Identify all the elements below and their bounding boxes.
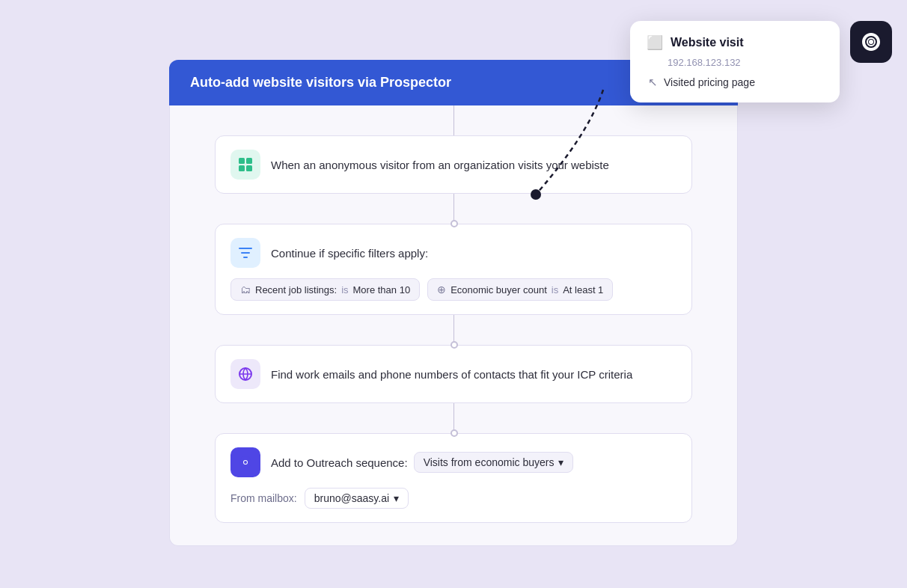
find-label: Find work emails and phone numbers of co…: [271, 368, 632, 381]
connector-2: [215, 194, 692, 224]
globe-icon: [230, 359, 260, 389]
outreach-icon: [230, 447, 260, 477]
prospector-logo-button[interactable]: [850, 21, 892, 63]
browser-icon: ⬜: [647, 34, 663, 51]
filter-tags: 🗂 Recent job listings: is More than 10 ⊕…: [230, 278, 677, 301]
svg-point-8: [244, 461, 247, 464]
popup-detail: ↖ Visited pricing page: [647, 76, 823, 89]
popup-ip: 192.168.123.132: [647, 57, 823, 68]
website-visit-popup: ⬜ Website visit 192.168.123.132 ↖ Visite…: [630, 21, 840, 102]
dropdown-arrow-icon: ▾: [558, 456, 564, 468]
popup-detail-text: Visited pricing page: [664, 76, 755, 88]
filter-label: Continue if specific filters apply:: [271, 247, 428, 260]
mailbox-dropdown[interactable]: bruno@saasy.ai ▾: [305, 488, 409, 509]
popup-title: Website visit: [671, 36, 744, 49]
from-mailbox-row: From mailbox: bruno@saasy.ai ▾: [230, 488, 677, 509]
mailbox-value: bruno@saasy.ai: [314, 492, 389, 504]
step-filter-card: Continue if specific filters apply: 🗂 Re…: [215, 224, 692, 315]
connector-dot-3: [451, 341, 458, 349]
popup-header: ⬜ Website visit: [647, 34, 823, 51]
steps-area: When an anonymous visitor from an organi…: [169, 105, 738, 546]
sequence-name: Visits from economic buyers: [424, 456, 555, 468]
jobs-icon: 🗂: [240, 284, 251, 295]
filter-op-economic: is: [552, 284, 558, 295]
sequence-dropdown[interactable]: Visits from economic buyers ▾: [414, 452, 574, 473]
connector-line-4: [454, 403, 454, 433]
step-find-card: Find work emails and phone numbers of co…: [215, 345, 692, 403]
connector-line-3: [454, 315, 454, 345]
step-find-header: Find work emails and phone numbers of co…: [230, 359, 677, 389]
filter-key-jobs: Recent job listings:: [255, 284, 337, 295]
filter-tag-jobs[interactable]: 🗂 Recent job listings: is More than 10: [230, 278, 420, 301]
svg-point-1: [531, 189, 541, 200]
filter-op-jobs: is: [341, 284, 348, 295]
filter-icon: [230, 238, 260, 268]
step-filter-header: Continue if specific filters apply:: [230, 238, 677, 268]
cursor-icon: ↖: [648, 76, 658, 89]
connector-3: [215, 315, 692, 345]
main-container: ⬜ Website visit 192.168.123.132 ↖ Visite…: [0, 0, 907, 588]
svg-rect-4: [239, 165, 245, 171]
mailbox-dropdown-arrow-icon: ▾: [394, 492, 399, 504]
connector-4: [215, 403, 692, 433]
svg-rect-5: [246, 165, 252, 171]
step-outreach-card: Add to Outreach sequence: Visits from ec…: [215, 433, 692, 523]
outreach-prefix: Add to Outreach sequence:: [271, 456, 408, 469]
from-mailbox-label: From mailbox:: [230, 492, 297, 504]
outreach-sequence: Add to Outreach sequence: Visits from ec…: [271, 452, 573, 473]
filter-val-economic: At least 1: [563, 284, 603, 295]
connector-line-2: [454, 194, 454, 224]
filter-tag-economic[interactable]: ⊕ Economic buyer count is At least 1: [427, 278, 613, 301]
connector-dot-4: [451, 429, 458, 437]
filter-val-jobs: More than 10: [353, 284, 411, 295]
economic-icon: ⊕: [437, 284, 446, 295]
connector-dot-2: [451, 220, 458, 227]
filter-key-economic: Economic buyer count: [451, 284, 547, 295]
step-outreach-header: Add to Outreach sequence: Visits from ec…: [230, 447, 677, 477]
svg-point-0: [869, 40, 873, 44]
